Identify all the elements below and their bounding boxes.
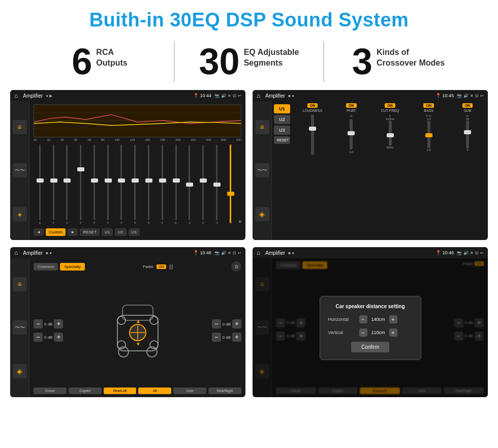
u3-btn[interactable]: U3 xyxy=(129,228,140,236)
channel-reset[interactable]: RESET xyxy=(274,136,290,144)
app-name-2: Amplifier xyxy=(265,93,285,99)
fader-label: Fader xyxy=(143,264,153,269)
eq-slider-13[interactable]: -1 xyxy=(210,144,223,224)
vertical-plus-btn[interactable]: + xyxy=(389,328,397,337)
spec-ctrl-3[interactable]: ◈ xyxy=(13,364,27,378)
reset-btn[interactable]: RESET xyxy=(80,228,100,236)
amp-ctrl-1[interactable]: ≡ xyxy=(255,120,269,134)
driver-btn[interactable]: Driver xyxy=(34,387,67,394)
dots-3: ■ ● xyxy=(46,251,52,255)
eq-slider-6[interactable]: 0 xyxy=(115,144,128,224)
fader-on-badge[interactable]: ON xyxy=(157,264,166,269)
db-plus-2[interactable]: + xyxy=(54,333,63,342)
channel-u1[interactable]: U1 xyxy=(274,104,290,113)
stat-crossover-number: 3 xyxy=(352,43,372,80)
status-bar-1: ⌂ Amplifier ● ▶ 📍 10:44 📷🔊✕⊡↩ xyxy=(10,90,245,101)
phat-on[interactable]: ON xyxy=(346,103,357,108)
db-minus-3[interactable]: − xyxy=(212,319,221,328)
vertical-minus-btn[interactable]: − xyxy=(359,328,367,337)
dialog-horizontal-control: − 140cm + xyxy=(359,315,397,323)
copilot-btn[interactable]: Copilot xyxy=(69,387,102,394)
channel-u2[interactable]: U2 xyxy=(274,115,290,124)
eq-slider-11[interactable]: -1 xyxy=(183,144,196,224)
bass-on[interactable]: ON xyxy=(423,103,434,108)
eq-slider-4[interactable]: 0 xyxy=(88,144,101,224)
amp-ctrl-3[interactable]: ◈ xyxy=(255,207,269,221)
loudness-on[interactable]: ON xyxy=(307,103,318,108)
bass-slider[interactable] xyxy=(427,121,430,148)
u1-btn[interactable]: U1 xyxy=(102,228,113,236)
spec-ctrl-1[interactable]: ≡ xyxy=(13,277,27,291)
db-plus-4[interactable]: + xyxy=(232,333,241,342)
db-minus-1[interactable]: − xyxy=(34,319,43,328)
eq-ctrl-2[interactable]: 〜〜 xyxy=(13,163,27,177)
custom-btn[interactable]: Custom xyxy=(46,228,66,236)
eq-slider-9[interactable]: 0 xyxy=(156,144,169,224)
spec-main-panel: Common Specialty Fader ON ||| ⚙ − 0 dB xyxy=(29,258,245,397)
eq-slider-3[interactable]: 5 xyxy=(74,144,87,224)
user-btn[interactable]: User xyxy=(173,387,206,394)
dots-1: ● ▶ xyxy=(46,94,52,98)
eq-slider-12[interactable]: 0 xyxy=(197,144,209,224)
eq-slider-1[interactable]: 0 xyxy=(47,144,60,224)
cutfreq-label: CUT FREQ xyxy=(381,109,399,112)
rearleft-btn[interactable]: RearLeft xyxy=(104,387,137,394)
rearright-btn[interactable]: RearRight xyxy=(208,387,241,394)
status-icons-3: 📷🔊✕⊡↩ xyxy=(214,251,241,255)
specialty-tab[interactable]: Specialty xyxy=(60,263,84,271)
vertical-value: 110cm xyxy=(369,330,387,335)
status-icons-2: 📷🔊✕⊡↩ xyxy=(457,94,484,98)
dialog-vertical-label: Vertical xyxy=(328,330,356,335)
settings-icon[interactable]: ⚙ xyxy=(231,261,241,272)
common-tab[interactable]: Common xyxy=(34,263,58,271)
cutfreq-on[interactable]: ON xyxy=(385,103,395,108)
spec-ctrl-2[interactable]: 〜〜 xyxy=(13,320,27,335)
play-btn[interactable]: ► xyxy=(68,228,78,236)
stat-divider-2 xyxy=(323,41,324,82)
status-bar-2: ⌂ Amplifier ■ ● 📍 10:45 📷🔊✕⊡↩ xyxy=(253,90,488,101)
status-icons-1: 📷🔊✕⊡↩ xyxy=(214,94,241,98)
eq-slider-2[interactable]: 0 xyxy=(61,144,74,224)
channel-u3[interactable]: U3 xyxy=(274,126,290,135)
home-icon-1[interactable]: ⌂ xyxy=(14,92,18,99)
horizontal-plus-btn[interactable]: + xyxy=(389,315,397,323)
home-icon-3[interactable]: ⌂ xyxy=(14,249,18,256)
eq-bottom-bar: ◄ Custom ► RESET U1 U2 U3 xyxy=(34,226,241,237)
eq-ctrl-1[interactable]: ≡ xyxy=(13,120,27,134)
stat-rca-number: 6 xyxy=(72,43,92,80)
eq-ctrl-3[interactable]: ◈ xyxy=(13,207,27,221)
all-btn[interactable]: All xyxy=(138,387,171,394)
confirm-button[interactable]: Confirm xyxy=(351,342,389,352)
loudness-slider[interactable] xyxy=(311,114,314,155)
eq-slider-5[interactable]: 0 xyxy=(102,144,114,224)
car-grid: − 0 dB + − 0 dB + xyxy=(34,276,241,385)
sub-on[interactable]: ON xyxy=(462,103,473,108)
db-minus-4[interactable]: − xyxy=(212,333,221,342)
stat-divider-1 xyxy=(174,41,175,82)
db-plus-1[interactable]: + xyxy=(54,319,63,328)
dialog-vertical-row: Vertical − 110cm + xyxy=(328,328,413,337)
dots-4: ■ ● xyxy=(288,251,294,255)
phat-slider[interactable] xyxy=(350,119,353,150)
db-minus-2[interactable]: − xyxy=(34,333,43,342)
db-plus-3[interactable]: + xyxy=(232,319,241,328)
home-icon-4[interactable]: ⌂ xyxy=(257,249,260,256)
amp-ctrl-2[interactable]: 〜〜 xyxy=(255,163,269,177)
u2-btn[interactable]: U2 xyxy=(115,228,126,236)
amp-channels: U1 U2 U3 RESET xyxy=(272,101,292,240)
app-name-4: Amplifier xyxy=(265,250,285,256)
home-icon-2[interactable]: ⌂ xyxy=(257,92,260,99)
cutfreq-slider[interactable] xyxy=(389,121,392,146)
eq-slider-0[interactable]: 0 xyxy=(34,144,46,224)
eq-slider-10[interactable]: 0 xyxy=(170,144,182,224)
sub-slider[interactable] xyxy=(466,121,469,148)
horizontal-minus-btn[interactable]: − xyxy=(359,315,367,323)
db-val-2: 0 dB xyxy=(44,335,52,340)
eq-slider-14[interactable] xyxy=(224,144,237,224)
eq-curve-svg xyxy=(34,105,241,137)
amp-loudness: ON LOUDNESS xyxy=(294,103,331,238)
eq-slider-7[interactable]: 0 xyxy=(129,144,141,224)
app-name-3: Amplifier xyxy=(23,250,43,256)
eq-slider-8[interactable]: 0 xyxy=(142,144,155,224)
prev-btn[interactable]: ◄ xyxy=(34,228,44,236)
